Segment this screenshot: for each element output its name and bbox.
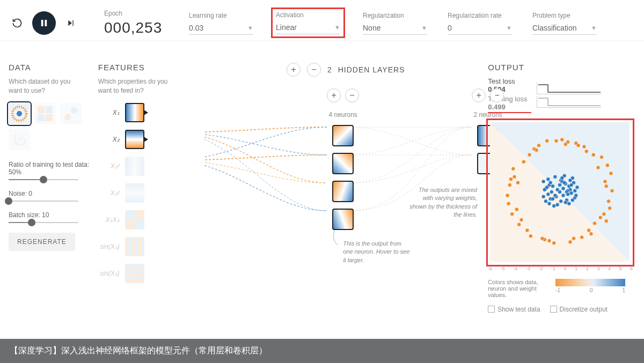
problem-type-select[interactable]: Classification▼ [532, 21, 597, 35]
svg-point-10 [71, 107, 77, 114]
hidden-layers-header: + − 2 HIDDEN LAYERS [203, 63, 488, 77]
svg-rect-2 [72, 20, 73, 26]
layer1-remove-neuron-button[interactable]: − [345, 88, 359, 102]
svg-point-96 [507, 202, 510, 205]
feature-toggle-6[interactable] [125, 264, 144, 283]
epoch-label: Epoch [104, 10, 169, 17]
data-subtitle: Which dataset do you want to use? [9, 77, 78, 95]
svg-point-78 [587, 228, 591, 232]
svg-point-92 [513, 175, 516, 179]
test-loss-sparkline [537, 83, 601, 94]
svg-point-44 [548, 181, 552, 184]
feature-label: X₁ [98, 109, 120, 116]
svg-point-75 [552, 241, 556, 245]
dataset-xor[interactable] [34, 103, 56, 124]
batch-slider-group: Batch size: 10 [9, 211, 98, 223]
noise-slider[interactable] [9, 201, 78, 202]
activation-label: Activation [276, 11, 340, 19]
add-layer-button[interactable]: + [287, 63, 301, 77]
hidden-layers-label: HIDDEN LAYERS [338, 65, 405, 74]
svg-point-101 [608, 206, 612, 210]
svg-point-40 [568, 179, 572, 182]
svg-point-95 [589, 232, 593, 236]
regularization-select[interactable]: None▼ [363, 21, 427, 35]
svg-point-58 [547, 202, 551, 205]
feature-row-5: sin(X₁) [98, 237, 203, 256]
svg-point-73 [580, 235, 584, 239]
epoch-value: 000,253 [104, 19, 169, 36]
svg-point-87 [582, 145, 586, 149]
svg-point-82 [515, 208, 519, 211]
output-checkboxes: Show test data Discretize output [488, 306, 635, 313]
chevron-down-icon: ▼ [247, 25, 253, 31]
layer1-neuron-4[interactable] [332, 209, 354, 230]
problem-type-label: Problem type [532, 12, 597, 19]
regenerate-button[interactable]: REGENERATE [9, 233, 75, 251]
regularization-rate-select[interactable]: 0▼ [448, 21, 512, 35]
svg-point-57 [569, 183, 573, 187]
svg-point-86 [547, 239, 551, 243]
svg-point-110 [604, 219, 608, 223]
layer2-remove-neuron-button[interactable]: − [490, 88, 504, 102]
reset-button[interactable] [9, 14, 26, 32]
regularization-rate-field: Regularization rate 0▼ [448, 12, 512, 35]
step-button[interactable] [62, 14, 79, 32]
feature-row-4: X₁X₂ [98, 210, 203, 229]
svg-point-49 [555, 188, 559, 191]
svg-point-83 [600, 155, 604, 159]
svg-point-74 [522, 160, 526, 164]
discretize-checkbox[interactable]: Discretize output [550, 306, 608, 313]
feature-label: X₂² [98, 189, 120, 197]
dataset-spiral[interactable] [9, 129, 30, 150]
feature-toggle-4[interactable] [125, 210, 144, 229]
hidden-layer-1: + − 4 neurons [327, 88, 359, 230]
svg-point-54 [559, 199, 563, 203]
remove-layer-button[interactable]: − [307, 63, 321, 77]
feature-toggle-3[interactable] [125, 183, 144, 203]
svg-point-59 [560, 176, 564, 180]
layer2-add-neuron-button[interactable]: + [472, 88, 486, 102]
features-subtitle: Which properties do you want to feed in? [98, 77, 168, 95]
output-plot[interactable] [488, 120, 633, 265]
dataset-circle[interactable] [9, 103, 30, 124]
feature-row-6: sin(X₂) [98, 264, 203, 283]
layer1-neuron-3[interactable] [332, 181, 354, 202]
svg-point-109 [572, 236, 576, 240]
layer1-add-neuron-button[interactable]: + [327, 88, 341, 102]
batch-slider[interactable] [9, 222, 78, 223]
svg-point-23 [551, 184, 555, 188]
svg-point-52 [573, 189, 577, 192]
svg-point-105 [554, 139, 558, 143]
layer1-neuron-2[interactable] [332, 153, 354, 174]
x-axis-ticks: -6-5-4-3-2-10123456 [488, 266, 633, 271]
regularization-label: Regularization [363, 12, 427, 19]
data-title: DATA [9, 63, 98, 72]
svg-point-90 [529, 234, 533, 238]
dataset-gauss[interactable] [60, 103, 82, 124]
layer1-neuron-1[interactable] [332, 125, 354, 146]
feature-toggle-5[interactable] [125, 237, 144, 256]
svg-point-47 [545, 186, 549, 189]
svg-point-102 [576, 144, 580, 147]
feature-row-2: X₁² [98, 157, 203, 176]
top-bar: Epoch 000,253 Learning rate 0.03▼ Activa… [0, 0, 644, 41]
svg-point-30 [544, 199, 548, 203]
play-pause-button[interactable] [32, 11, 56, 35]
feature-toggle-0[interactable] [125, 103, 144, 122]
feature-toggle-1[interactable] [125, 130, 144, 149]
feature-label: X₁X₂ [98, 216, 120, 224]
output-legend: Colors shows data, neuron and weight val… [488, 279, 635, 298]
learning-rate-field: Learning rate 0.03▼ [189, 12, 253, 35]
feature-row-0: X₁ [98, 103, 203, 122]
feature-label: X₂ [98, 136, 120, 143]
activation-select[interactable]: Linear▼ [276, 21, 340, 34]
output-column: OUTPUT Test loss 0.504 Training loss 0.4… [488, 63, 635, 313]
ratio-label: Ratio of training to test data: 50% [9, 161, 98, 176]
feature-toggle-2[interactable] [125, 157, 144, 176]
svg-point-42 [558, 183, 562, 187]
svg-rect-8 [38, 114, 45, 121]
feature-label: sin(X₂) [98, 270, 120, 277]
learning-rate-select[interactable]: 0.03▼ [189, 21, 253, 35]
ratio-slider[interactable] [9, 179, 78, 180]
show-test-data-checkbox[interactable]: Show test data [488, 306, 540, 313]
